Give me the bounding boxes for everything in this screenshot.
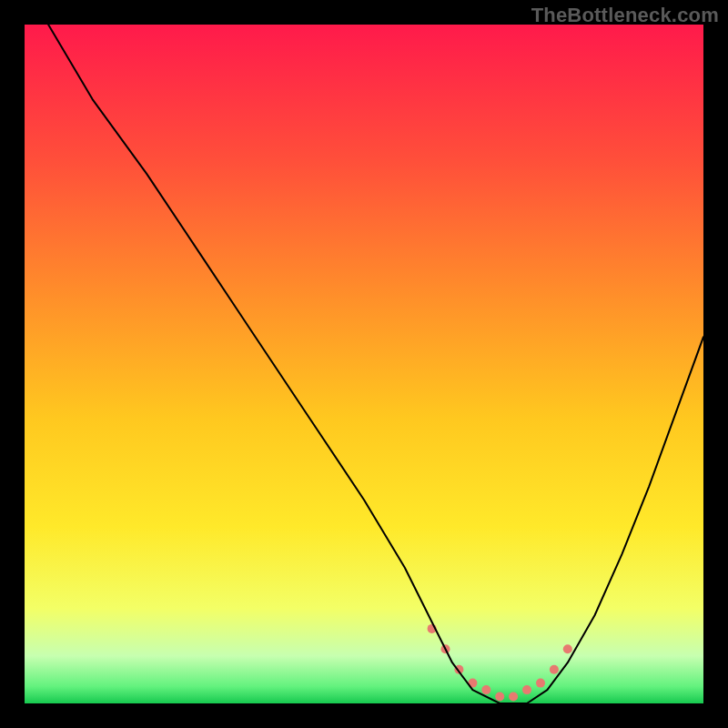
valley-marker bbox=[495, 693, 504, 702]
valley-marker bbox=[563, 644, 572, 653]
valley-marker bbox=[550, 665, 559, 674]
valley-marker bbox=[509, 693, 518, 702]
valley-marker bbox=[536, 679, 545, 688]
valley-marker bbox=[481, 685, 490, 694]
bottleneck-chart bbox=[25, 25, 703, 703]
watermark-text: TheBottleneck.com bbox=[531, 4, 719, 27]
chart-frame bbox=[25, 25, 703, 703]
valley-marker bbox=[522, 685, 531, 694]
